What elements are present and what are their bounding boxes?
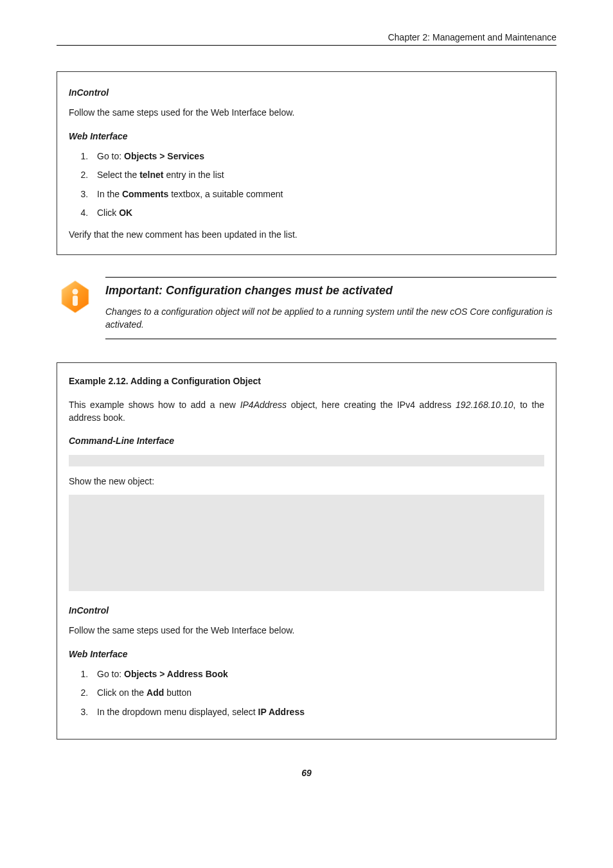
step-bold: IP Address bbox=[258, 707, 305, 717]
desc-mid: object, here creating the IPv4 address bbox=[287, 400, 456, 410]
step-pre: In the dropdown menu displayed, select bbox=[97, 707, 258, 717]
incontrol-text-2: Follow the same steps used for the Web I… bbox=[69, 624, 544, 637]
incontrol-heading: InControl bbox=[69, 87, 544, 98]
steps-list-2: Go to: Objects > Address Book Click on t… bbox=[69, 668, 544, 719]
step-bold: telnet bbox=[139, 170, 163, 180]
header-rule: Chapter 2: Management and Maintenance bbox=[57, 32, 556, 46]
list-item: Select the telnet entry in the list bbox=[91, 169, 544, 182]
step-pre: Click on the bbox=[97, 687, 147, 698]
cli-heading: Command-Line Interface bbox=[69, 436, 544, 446]
step-bold: Comments bbox=[122, 189, 168, 199]
callout-rule-top bbox=[105, 277, 556, 278]
list-item: In the Comments textbox, a suitable comm… bbox=[91, 188, 544, 201]
incontrol-text: Follow the same steps used for the Web I… bbox=[69, 107, 544, 120]
example-box-1: InControl Follow the same steps used for… bbox=[57, 71, 556, 255]
chapter-title: Chapter 2: Management and Maintenance bbox=[57, 32, 556, 42]
cli-code-block-1 bbox=[69, 455, 544, 466]
step-post: entry in the list bbox=[164, 170, 224, 180]
svg-point-0 bbox=[73, 288, 78, 294]
page-number: 69 bbox=[57, 768, 556, 778]
desc-pre: This example shows how to add a new bbox=[69, 400, 240, 410]
example-title: Example 2.12. Adding a Configuration Obj… bbox=[69, 376, 544, 386]
cli-code-block-2 bbox=[69, 495, 544, 591]
list-item: Go to: Objects > Services bbox=[91, 150, 544, 163]
example-box-2: Example 2.12. Adding a Configuration Obj… bbox=[57, 362, 556, 740]
step-bold: Add bbox=[147, 687, 164, 698]
svg-rect-1 bbox=[73, 296, 78, 306]
step-pre: Click bbox=[97, 208, 119, 218]
list-item: Go to: Objects > Address Book bbox=[91, 668, 544, 681]
list-item: In the dropdown menu displayed, select I… bbox=[91, 706, 544, 719]
show-new-object: Show the new object: bbox=[69, 475, 544, 488]
callout-text: Changes to a configuration object will n… bbox=[105, 305, 556, 332]
step-bold: Objects > Services bbox=[124, 151, 204, 161]
step-post: button bbox=[164, 687, 191, 698]
list-item: Click on the Add button bbox=[91, 687, 544, 700]
step-pre: Select the bbox=[97, 170, 139, 180]
step-pre: In the bbox=[97, 189, 122, 199]
step-bold: OK bbox=[119, 208, 132, 218]
verify-text: Verify that the new comment has been upd… bbox=[69, 229, 544, 242]
important-callout: Important: Configuration changes must be… bbox=[57, 273, 556, 340]
web-interface-heading-2: Web Interface bbox=[69, 649, 544, 659]
steps-list-1: Go to: Objects > Services Select the tel… bbox=[69, 150, 544, 220]
step-bold: Objects > Address Book bbox=[124, 669, 228, 679]
callout-rule-bottom bbox=[105, 339, 556, 339]
step-post: textbox, a suitable comment bbox=[168, 189, 283, 199]
web-interface-heading: Web Interface bbox=[69, 131, 544, 141]
incontrol-heading-2: InControl bbox=[69, 605, 544, 616]
callout-title: Important: Configuration changes must be… bbox=[105, 284, 556, 297]
warning-icon bbox=[58, 273, 105, 314]
desc-em: IP4Address bbox=[240, 400, 287, 410]
callout-body: Important: Configuration changes must be… bbox=[105, 273, 556, 340]
step-pre: Go to: bbox=[97, 151, 124, 161]
desc-em2: 192.168.10.10 bbox=[456, 400, 513, 410]
step-pre: Go to: bbox=[97, 669, 124, 679]
list-item: Click OK bbox=[91, 207, 544, 220]
example-desc: This example shows how to add a new IP4A… bbox=[69, 399, 544, 424]
